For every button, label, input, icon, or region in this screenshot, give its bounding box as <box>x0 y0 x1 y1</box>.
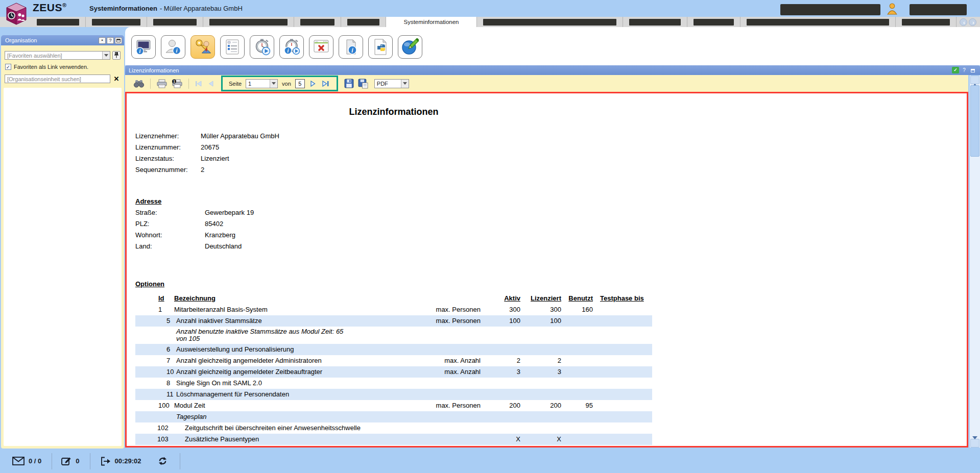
stopwatch-play-icon <box>253 38 271 56</box>
next-page-icon <box>309 80 317 87</box>
print-button[interactable] <box>154 79 170 88</box>
tab-redacted[interactable] <box>740 17 896 27</box>
status-bar: 0 / 0 0 00:29:02 <box>0 449 980 473</box>
tab-active-systeminformationen[interactable]: Systeminformationen <box>386 17 477 27</box>
tab-redacted[interactable] <box>687 17 740 27</box>
field-value: Gewerbepark 19 <box>205 207 254 218</box>
export-format-select[interactable]: PDF <box>374 79 409 88</box>
pin-icon <box>114 52 119 58</box>
cell-aktiv: X <box>481 434 520 445</box>
previous-page-button[interactable] <box>205 80 217 87</box>
first-page-button[interactable] <box>193 80 205 87</box>
cell-id: 11 <box>135 389 173 400</box>
chevron-down-icon[interactable] <box>270 80 277 88</box>
table-row: 102Zeitgutschrift bei überschreiten eine… <box>135 422 652 434</box>
tab-redacted[interactable] <box>86 17 147 27</box>
address-heading: Adresse <box>135 196 967 207</box>
edit-note-icon <box>61 457 71 466</box>
tab-redacted[interactable] <box>341 17 386 27</box>
table-row: 5Anzahl inaktiver Stammsätzemax. Persone… <box>135 315 652 327</box>
cell-unit: max. Anzahl <box>427 366 481 378</box>
redacted-tab-label <box>153 19 197 26</box>
report-field: Straße:Gewerbepark 19 <box>135 207 967 218</box>
window-icon[interactable] <box>969 67 976 73</box>
edit-button[interactable] <box>398 35 422 59</box>
tab-redacted[interactable] <box>477 17 623 27</box>
user-avatar-icon[interactable] <box>887 3 898 15</box>
field-value: Müller Apparatebau GmbH <box>201 131 279 142</box>
chevron-down-icon[interactable] <box>401 80 409 88</box>
check-icon[interactable]: ✓ <box>952 67 959 73</box>
license-information-button[interactable] <box>190 35 215 59</box>
stopwatch-info-play-icon: i <box>283 38 300 56</box>
system-information-button[interactable]: i <box>131 35 156 59</box>
help-icon[interactable]: ? <box>961 67 968 73</box>
checkbox-checked-icon[interactable]: ✓ <box>5 64 11 70</box>
last-page-button[interactable] <box>319 80 332 87</box>
redacted-tab-label <box>629 19 681 26</box>
field-label: Land: <box>135 241 205 252</box>
organisation-panel-header: Organisation • ? <box>1 35 124 45</box>
time-evaluation-button[interactable] <box>250 35 274 59</box>
report-toolbar: 1 Seite 1 von 5 <box>125 75 968 92</box>
cell-bezeichnung: Löschmanagement für Personendaten <box>173 389 427 400</box>
chevron-down-icon[interactable] <box>102 52 110 59</box>
license-panel-header: Lizenzinformationen ✓ ? <box>125 65 980 75</box>
save-button[interactable] <box>342 79 356 88</box>
page-information-button[interactable]: i <box>339 35 363 59</box>
tab-redacted[interactable] <box>31 17 86 27</box>
cell-bezeichnung: Zusätzliche Pausentypen <box>173 434 427 445</box>
tab-redacted[interactable] <box>147 17 203 27</box>
org-search-input[interactable] <box>5 74 110 83</box>
export-format-value: PDF <box>375 81 401 87</box>
organisation-tree[interactable] <box>4 88 122 446</box>
user-information-button[interactable]: i <box>161 35 185 59</box>
field-label: PLZ: <box>135 218 205 230</box>
mail-status[interactable]: 0 / 0 <box>12 457 41 465</box>
list-document-icon <box>224 38 241 56</box>
print-range-button[interactable]: 1 <box>170 79 185 88</box>
pin-button[interactable] <box>112 51 121 60</box>
time-information-button[interactable]: i <box>279 35 304 59</box>
tab-strip: Systeminformationen <box>0 17 980 27</box>
page-select[interactable]: 1 <box>246 79 278 88</box>
session-time: 00:29:02 <box>115 457 141 465</box>
refresh-button[interactable] <box>158 456 172 466</box>
favorites-link-option[interactable]: ✓ Favoriten als Link verwenden. <box>5 64 88 70</box>
tab-redacted[interactable] <box>203 17 294 27</box>
cell-lizenziert: 200 <box>520 400 561 411</box>
panel-window-icon[interactable] <box>115 37 122 44</box>
previous-page-icon <box>207 80 215 87</box>
brand-text: ZEUS® <box>33 2 67 14</box>
cell-bezeichnung: Anzahl gleichzeitig angemeldeter Zeitbea… <box>173 366 427 378</box>
scroll-up-icon[interactable] <box>970 76 979 84</box>
svg-text:1: 1 <box>173 80 175 83</box>
search-button[interactable] <box>131 80 147 88</box>
scrollbar-thumb[interactable] <box>970 85 979 157</box>
panel-dot-icon[interactable]: • <box>99 37 106 44</box>
scroll-down-icon[interactable] <box>970 439 979 447</box>
main-toolbar: i i <box>125 27 980 65</box>
tab-redacted[interactable] <box>623 17 687 27</box>
save-as-icon <box>358 79 368 89</box>
tab-scroll-left-icon[interactable]: ‹ <box>960 18 967 26</box>
cell-bezeichnung: Modul Zeit <box>173 400 427 411</box>
save-as-button[interactable] <box>356 79 370 89</box>
report-scrollbar[interactable] <box>970 76 980 447</box>
session-status[interactable]: 00:29:02 <box>101 457 141 466</box>
next-page-button[interactable] <box>307 80 319 87</box>
python-script-button[interactable] <box>368 35 393 59</box>
edit-status[interactable]: 0 <box>61 457 79 466</box>
report-list-button[interactable] <box>220 35 245 59</box>
table-row: 100Modul Zeitmax. Personen20020095 <box>135 400 652 411</box>
panel-help-icon[interactable]: ? <box>107 37 114 44</box>
tab-scroll-right-icon[interactable]: › <box>969 18 976 26</box>
close-window-button[interactable] <box>309 35 333 59</box>
redacted-tab-label <box>37 19 79 26</box>
cell-benutzt: 160 <box>561 304 593 315</box>
favorites-select[interactable]: [Favoriten auswählen] <box>5 51 110 60</box>
tab-redacted[interactable] <box>896 17 957 27</box>
clear-search-icon[interactable]: ✕ <box>112 74 121 83</box>
cell-bezeichnung: Single Sign On mit SAML 2.0 <box>173 378 427 389</box>
tab-redacted[interactable] <box>294 17 341 27</box>
